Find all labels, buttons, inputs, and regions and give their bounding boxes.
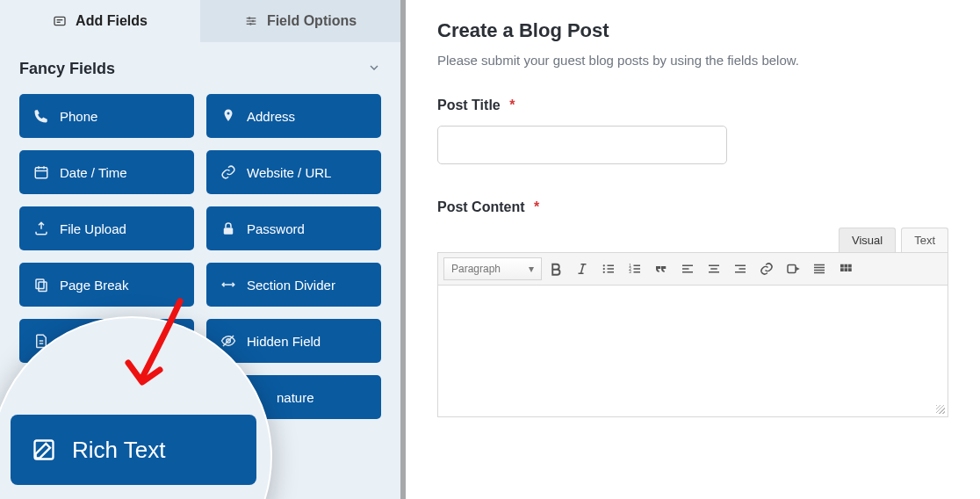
editor-tab-text[interactable]: Text <box>901 228 948 252</box>
resize-handle[interactable] <box>934 403 945 414</box>
label-text: Post Title <box>437 98 501 112</box>
field-label: nature <box>277 390 314 405</box>
field-phone[interactable]: Phone <box>19 94 194 138</box>
toolbar-toggle-button[interactable] <box>833 257 858 281</box>
svg-rect-0 <box>54 17 65 25</box>
svg-point-6 <box>249 17 251 19</box>
dropdown-icon: ▾ <box>529 263 534 275</box>
tab-field-options-label: Field Options <box>267 13 357 29</box>
left-panel: Add Fields Field Options Fancy Fields Ph… <box>0 0 406 499</box>
link-icon <box>220 164 236 180</box>
field-label: Website / URL <box>247 165 331 180</box>
location-icon <box>220 108 236 124</box>
field-section-divider[interactable]: Section Divider <box>206 263 381 307</box>
svg-rect-13 <box>224 228 234 235</box>
field-label: File Upload <box>60 221 126 236</box>
field-label: Address <box>247 109 295 124</box>
svg-rect-46 <box>788 265 796 273</box>
svg-rect-51 <box>840 264 844 268</box>
field-label: Hidden Field <box>247 334 321 349</box>
insert-link-button[interactable] <box>754 257 779 281</box>
label-text: Post Content <box>437 199 525 214</box>
field-label: Phone <box>60 109 97 124</box>
field-date-time[interactable]: Date / Time <box>19 150 194 194</box>
group-header[interactable]: Fancy Fields <box>19 42 381 94</box>
svg-rect-53 <box>848 264 852 268</box>
post-title-label: Post Title * <box>437 98 948 113</box>
field-page-break[interactable]: Page Break <box>19 263 194 307</box>
bullet-list-button[interactable] <box>596 257 621 281</box>
form-title: Create a Blog Post <box>437 19 948 42</box>
post-content-label: Post Content * <box>437 199 948 215</box>
divider-icon <box>220 277 236 293</box>
editor-tab-visual[interactable]: Visual <box>839 228 896 252</box>
editor-tabs: Visual Text <box>437 228 948 252</box>
fullscreen-button[interactable] <box>807 257 832 281</box>
zoom-label: Rich Text <box>72 437 165 464</box>
calendar-icon <box>33 164 49 180</box>
required-marker: * <box>534 199 539 214</box>
align-left-button[interactable] <box>675 257 700 281</box>
add-fields-icon <box>53 14 67 28</box>
svg-rect-14 <box>36 279 44 289</box>
svg-rect-54 <box>840 268 844 271</box>
post-content-field: Post Content * Visual Text Paragraph ▾ 1… <box>437 199 948 417</box>
edit-icon <box>32 438 56 462</box>
field-website-url[interactable]: Website / URL <box>206 150 381 194</box>
field-address[interactable]: Address <box>206 94 381 138</box>
svg-point-26 <box>603 268 605 270</box>
numbered-list-button[interactable]: 123 <box>623 257 647 281</box>
upload-icon <box>33 221 49 236</box>
svg-point-25 <box>603 264 605 266</box>
align-right-button[interactable] <box>728 257 753 281</box>
phone-icon <box>33 108 49 124</box>
blockquote-button[interactable] <box>649 257 674 281</box>
field-label: Section Divider <box>247 278 335 293</box>
paragraph-label: Paragraph <box>451 263 501 275</box>
eye-slash-icon <box>220 333 236 349</box>
form-description: Please submit your guest blog posts by u… <box>437 53 948 68</box>
svg-text:3: 3 <box>629 270 631 274</box>
paragraph-select[interactable]: Paragraph ▾ <box>443 257 542 280</box>
svg-rect-55 <box>845 268 848 271</box>
panel-tabs: Add Fields Field Options <box>0 0 400 42</box>
tab-add-fields-label: Add Fields <box>76 13 148 29</box>
required-marker: * <box>509 98 515 112</box>
form-preview: Create a Blog Post Please submit your gu… <box>406 0 980 499</box>
italic-button[interactable] <box>570 257 594 281</box>
field-options-icon <box>244 14 258 28</box>
align-center-button[interactable] <box>702 257 726 281</box>
field-hidden-field[interactable]: Hidden Field <box>206 319 381 363</box>
tab-field-options[interactable]: Field Options <box>200 0 400 42</box>
lock-icon <box>220 221 236 236</box>
bold-button[interactable] <box>544 257 568 281</box>
chevron-down-icon <box>367 61 381 78</box>
field-label: Password <box>247 221 305 236</box>
svg-point-27 <box>603 271 605 273</box>
svg-point-8 <box>249 23 252 25</box>
editor-toolbar: Paragraph ▾ 123 <box>437 252 948 286</box>
svg-rect-21 <box>35 441 54 459</box>
field-rich-text-zoom[interactable]: Rich Text <box>11 415 256 485</box>
insert-tag-button[interactable] <box>781 257 805 281</box>
field-password[interactable]: Password <box>206 206 381 250</box>
post-title-field: Post Title * <box>437 98 948 164</box>
field-label: Date / Time <box>60 165 127 180</box>
svg-rect-9 <box>35 168 47 178</box>
field-label: Page Break <box>60 278 128 293</box>
svg-rect-56 <box>848 268 852 271</box>
editor-textarea[interactable] <box>437 286 948 417</box>
post-title-input[interactable] <box>437 126 727 164</box>
pages-icon <box>33 277 49 293</box>
field-file-upload[interactable]: File Upload <box>19 206 194 250</box>
svg-rect-52 <box>845 264 848 268</box>
svg-rect-15 <box>39 282 47 292</box>
svg-line-24 <box>581 264 584 274</box>
tab-add-fields[interactable]: Add Fields <box>0 0 200 42</box>
group-title: Fancy Fields <box>19 60 115 78</box>
svg-point-7 <box>252 20 255 23</box>
